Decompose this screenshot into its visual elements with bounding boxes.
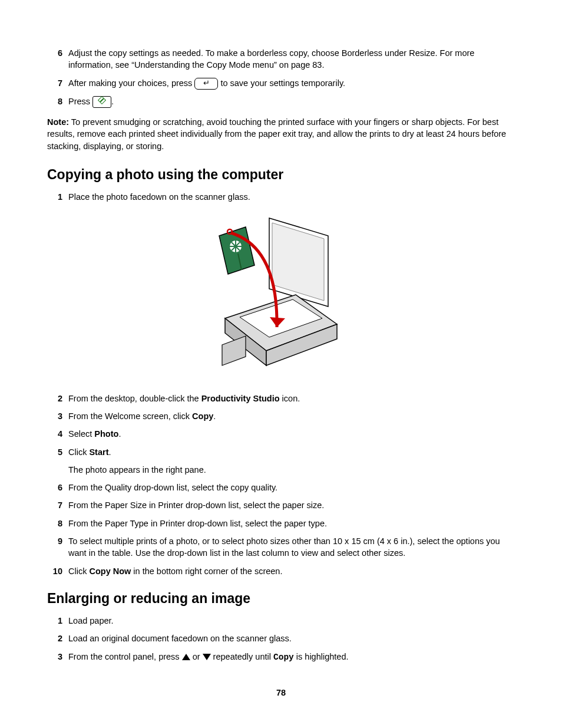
note-label: Note: xyxy=(47,117,69,127)
text-fragment: icon. xyxy=(280,394,300,403)
step-number: 6 xyxy=(47,482,68,493)
arrow-down-icon xyxy=(203,654,211,660)
bold-fragment: Productivity Studio xyxy=(201,394,280,403)
text-fragment: or xyxy=(190,652,203,661)
enlarge-step-3: 3 From the control panel, press or repea… xyxy=(47,651,515,663)
bold-fragment: Copy xyxy=(192,411,213,421)
copy-step-5: 5 Click Start. xyxy=(47,446,515,458)
copy-step-4: 4 Select Photo. xyxy=(47,428,515,440)
mono-fragment: Copy xyxy=(273,653,294,662)
copy-step-6: 6 From the Quality drop-down list, selec… xyxy=(47,482,515,493)
copy-step-1: 1 Place the photo facedown on the scanne… xyxy=(47,191,515,203)
step-text: To select multiple prints of a photo, or… xyxy=(68,535,515,559)
step-number: 3 xyxy=(47,410,68,422)
step-number: 10 xyxy=(47,565,68,577)
page-number: 78 xyxy=(47,687,515,699)
heading-copying-photo: Copying a photo using the computer xyxy=(47,165,515,184)
enlarge-step-2: 2 Load an original document facedown on … xyxy=(47,633,515,644)
copy-step-10: 10 Click Copy Now in the bottom right co… xyxy=(47,565,515,577)
svg-point-18 xyxy=(227,229,232,234)
step-6-top: 6 Adjust the copy settings as needed. To… xyxy=(47,47,515,71)
step-number: 5 xyxy=(47,446,68,458)
step-number: 1 xyxy=(47,191,68,203)
note-paragraph: Note: To prevent smudging or scratching,… xyxy=(47,116,515,152)
heading-enlarging-reducing: Enlarging or reducing an image xyxy=(47,589,515,608)
text-fragment: Click xyxy=(68,566,89,576)
text-fragment: From the desktop, double-click the xyxy=(68,394,201,403)
text-fragment: Press xyxy=(68,97,92,106)
bold-fragment: Copy Now xyxy=(89,566,131,576)
text-fragment: Select xyxy=(68,429,94,439)
text-fragment: . xyxy=(118,429,121,439)
text-fragment: Click xyxy=(68,447,89,457)
step-number: 8 xyxy=(47,95,68,108)
step-8-top: 8 Press . xyxy=(47,95,515,108)
text-fragment: From the control panel, press xyxy=(68,652,182,661)
step-text: Select Photo. xyxy=(68,428,515,440)
step-number: 1 xyxy=(47,615,68,627)
bold-fragment: Photo xyxy=(94,429,118,439)
step-text: From the control panel, press or repeate… xyxy=(68,651,515,663)
copy-step-5-sub: The photo appears in the right pane. xyxy=(68,464,515,476)
text-fragment: From the Welcome screen, click xyxy=(68,411,192,421)
text-fragment: . xyxy=(109,447,111,457)
step-number: 2 xyxy=(47,393,68,404)
start-button-icon xyxy=(92,96,111,108)
step-text: From the desktop, double-click the Produ… xyxy=(68,393,515,404)
step-text: Load paper. xyxy=(68,615,515,627)
bold-fragment: Start xyxy=(89,447,108,457)
text-fragment: to save your settings temporarily. xyxy=(218,78,345,88)
step-number: 9 xyxy=(47,535,68,559)
text-fragment: in the bottom right corner of the screen… xyxy=(131,566,282,576)
arrow-up-icon xyxy=(182,654,190,660)
copy-step-3: 3 From the Welcome screen, click Copy. xyxy=(47,410,515,422)
back-button-icon: ↵ xyxy=(194,78,218,90)
step-number: 2 xyxy=(47,633,68,644)
copy-step-2: 2 From the desktop, double-click the Pro… xyxy=(47,393,515,404)
svg-marker-19 xyxy=(222,336,246,365)
note-text: To prevent smudging or scratching, avoid… xyxy=(47,117,506,151)
enlarge-step-1: 1 Load paper. xyxy=(47,615,515,627)
step-text: From the Paper Type in Printer drop-down… xyxy=(68,518,515,529)
step-7-top: 7 After making your choices, press ↵ to … xyxy=(47,77,515,90)
step-text: From the Paper Size in Printer drop-down… xyxy=(68,499,515,511)
step-text: Press . xyxy=(68,95,515,108)
step-number: 8 xyxy=(47,518,68,529)
text-fragment: . xyxy=(111,97,114,106)
step-number: 3 xyxy=(47,651,68,663)
step-number: 7 xyxy=(47,77,68,90)
step-text: After making your choices, press ↵ to sa… xyxy=(68,77,515,90)
copy-step-7: 7 From the Paper Size in Printer drop-do… xyxy=(47,499,515,511)
step-text: From the Quality drop-down list, select … xyxy=(68,482,515,493)
step-text: Click Copy Now in the bottom right corne… xyxy=(68,565,515,577)
text-fragment: is highlighted. xyxy=(294,652,349,661)
text-fragment: repeatedly until xyxy=(211,652,273,661)
copy-step-8: 8 From the Paper Type in Printer drop-do… xyxy=(47,518,515,529)
copy-step-9: 9 To select multiple prints of a photo, … xyxy=(47,535,515,559)
step-text: Click Start. xyxy=(68,446,515,458)
step-text: Load an original document facedown on th… xyxy=(68,633,515,644)
step-text: Place the photo facedown on the scanner … xyxy=(68,191,515,203)
step-number: 4 xyxy=(47,428,68,440)
text-fragment: After making your choices, press xyxy=(68,78,194,88)
step-text: From the Welcome screen, click Copy. xyxy=(68,410,515,422)
step-text: Adjust the copy settings as needed. To m… xyxy=(68,47,515,71)
scanner-illustration xyxy=(47,212,515,380)
step-number: 7 xyxy=(47,499,68,511)
text-fragment: . xyxy=(213,411,216,421)
step-number: 6 xyxy=(47,47,68,71)
scanner-svg-icon xyxy=(213,212,349,377)
